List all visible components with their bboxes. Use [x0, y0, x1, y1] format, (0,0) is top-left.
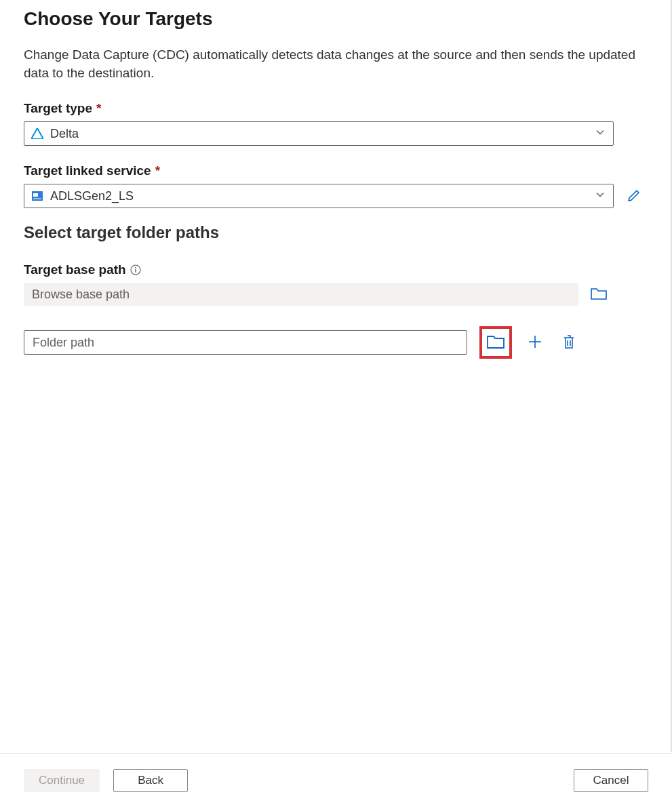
required-star: * [96, 101, 101, 116]
linked-service-select[interactable]: ADLSGen2_LS [24, 184, 614, 208]
svg-rect-5 [135, 269, 136, 273]
required-star: * [155, 163, 160, 178]
chevron-down-icon [595, 189, 605, 203]
browse-folder-button[interactable] [485, 332, 507, 353]
browse-folder-highlight [479, 326, 512, 359]
base-path-label: Target base path [24, 262, 647, 277]
info-icon[interactable] [130, 264, 141, 275]
base-path-input[interactable] [24, 283, 578, 306]
cancel-button[interactable]: Cancel [574, 769, 648, 792]
storage-icon [31, 190, 43, 202]
continue-button: Continue [24, 769, 100, 792]
edit-linked-service-button[interactable] [623, 185, 645, 207]
select-folder-paths-heading: Select target folder paths [24, 223, 647, 242]
folder-path-input[interactable] [24, 330, 467, 355]
folder-path-row [24, 326, 647, 359]
linked-service-label: Target linked service * [24, 163, 647, 178]
trash-icon [562, 334, 576, 351]
svg-point-4 [135, 267, 136, 269]
add-folder-button[interactable] [524, 332, 546, 353]
plus-icon [528, 334, 542, 351]
browse-base-path-button[interactable] [588, 283, 610, 305]
delta-icon [31, 127, 43, 140]
folder-icon [487, 334, 505, 351]
target-type-value: Delta [50, 127, 79, 141]
page-description: Change Data Capture (CDC) automatically … [24, 46, 647, 82]
folder-icon [591, 287, 607, 302]
chevron-down-icon [595, 127, 605, 141]
target-type-label: Target type * [24, 101, 647, 116]
delete-folder-button[interactable] [558, 332, 580, 353]
linked-service-value: ADLSGen2_LS [50, 189, 134, 203]
svg-rect-1 [33, 193, 38, 197]
svg-rect-2 [33, 198, 41, 199]
main-panel: Choose Your Targets Change Data Capture … [0, 0, 672, 752]
page-title: Choose Your Targets [24, 8, 647, 30]
back-button[interactable]: Back [113, 769, 188, 792]
footer: Continue Back Cancel [0, 753, 672, 807]
target-type-select[interactable]: Delta [24, 121, 614, 146]
pencil-icon [627, 189, 641, 204]
